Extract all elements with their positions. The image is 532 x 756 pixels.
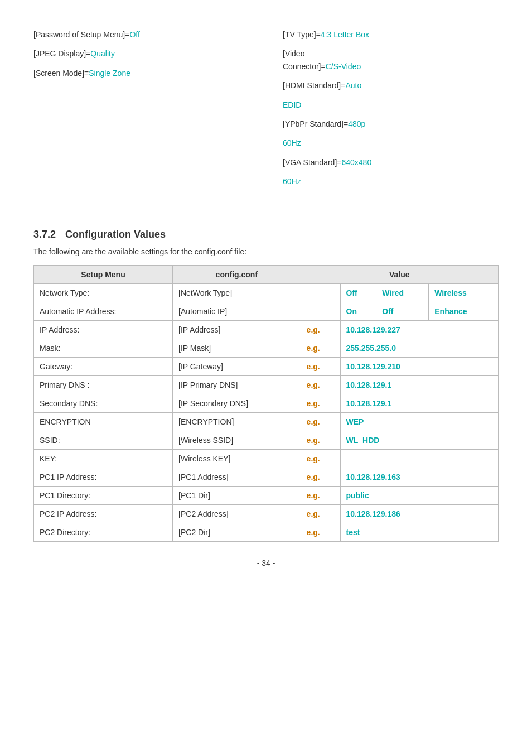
table-row: Network Type:[NetWork Type]OffWiredWirel… xyxy=(34,283,499,302)
cell-setup: Gateway: xyxy=(34,357,173,375)
cell-config: [PC2 Address] xyxy=(173,504,301,523)
password-value: Off xyxy=(129,30,139,39)
section-number: 3.7.2 xyxy=(33,229,56,240)
cell-config: [Wireless SSID] xyxy=(173,431,301,449)
top-left-column: [Password of Setup Menu]=Off [JPEG Displ… xyxy=(33,28,266,195)
cell-setup: Automatic IP Address: xyxy=(34,302,173,320)
cell-eg: e.g. xyxy=(301,320,340,339)
password-label: [Password of Setup Menu]= xyxy=(33,30,129,39)
cell-value: 10.128.129.1 xyxy=(340,394,498,412)
cell-setup: KEY: xyxy=(34,449,173,468)
intro-text: The following are the available settings… xyxy=(33,247,499,256)
tv-type-value: 4:3 Letter Box xyxy=(321,30,369,39)
cell-config: [ENCRYPTION] xyxy=(173,412,301,431)
cell-config: [PC2 Dir] xyxy=(173,523,301,541)
cell-setup: Primary DNS : xyxy=(34,375,173,394)
page-number: - 34 - xyxy=(33,558,499,567)
cell-config: [IP Mask] xyxy=(173,339,301,357)
cell-eg: e.g. xyxy=(301,412,340,431)
cell-value-0: Off xyxy=(340,283,376,302)
cell-eg: e.g. xyxy=(301,394,340,412)
hdmi-item: [HDMI Standard]=Auto xyxy=(283,79,499,92)
cell-eg: e.g. xyxy=(301,449,340,468)
table-row: PC1 IP Address:[PC1 Address]e.g.10.128.1… xyxy=(34,468,499,486)
edid-item: EDID xyxy=(283,99,499,111)
cell-eg xyxy=(301,302,340,320)
table-row: PC1 Directory:[PC1 Dir]e.g.public xyxy=(34,486,499,504)
table-row: Gateway:[IP Gateway]e.g.10.128.129.210 xyxy=(34,357,499,375)
jpeg-value: Quality xyxy=(90,49,115,58)
hz-value-2: 60Hz xyxy=(283,177,301,186)
section-heading: 3.7.2 Configuration Values xyxy=(33,229,499,240)
cell-setup: PC2 IP Address: xyxy=(34,504,173,523)
screen-label: [Screen Mode]= xyxy=(33,69,89,78)
vga-value: 640x480 xyxy=(341,158,371,167)
top-section: [Password of Setup Menu]=Off [JPEG Displ… xyxy=(33,17,499,206)
table-row: Automatic IP Address:[Automatic IP]OnOff… xyxy=(34,302,499,320)
cell-setup: PC2 Directory: xyxy=(34,523,173,541)
cell-setup: PC1 Directory: xyxy=(34,486,173,504)
jpeg-item: [JPEG Display]=Quality xyxy=(33,47,249,60)
cell-value: 10.128.129.210 xyxy=(340,357,498,375)
cell-config: [NetWork Type] xyxy=(173,283,301,302)
cell-setup: PC1 IP Address: xyxy=(34,468,173,486)
cell-config: [PC1 Dir] xyxy=(173,486,301,504)
cell-value: test xyxy=(340,523,498,541)
table-row: Secondary DNS:[IP Secondary DNS]e.g.10.1… xyxy=(34,394,499,412)
screen-item: [Screen Mode]=Single Zone xyxy=(33,67,249,79)
ypbpr-item: [YPbPr Standard]=480p xyxy=(283,118,499,130)
vga-item: [VGA Standard]=640x480 xyxy=(283,156,499,168)
top-right-column: [TV Type]=4:3 Letter Box [VideoConnector… xyxy=(266,28,499,195)
cell-config: [IP Gateway] xyxy=(173,357,301,375)
edid-value: EDID xyxy=(283,100,301,109)
tv-type-item: [TV Type]=4:3 Letter Box xyxy=(283,28,499,41)
header-setup-menu: Setup Menu xyxy=(34,265,173,283)
cell-eg: e.g. xyxy=(301,375,340,394)
cell-eg: e.g. xyxy=(301,504,340,523)
password-item: [Password of Setup Menu]=Off xyxy=(33,28,249,41)
cell-eg: e.g. xyxy=(301,431,340,449)
cell-value: WEP xyxy=(340,412,498,431)
cell-eg: e.g. xyxy=(301,468,340,486)
cell-config: [IP Secondary DNS] xyxy=(173,394,301,412)
ypbpr-value: 480p xyxy=(348,119,365,128)
cell-value-2: Wireless xyxy=(429,283,499,302)
cell-config: [PC1 Address] xyxy=(173,468,301,486)
video-connector-item: [VideoConnector]=C/S-Video xyxy=(283,47,499,73)
header-config-conf: config.conf xyxy=(173,265,301,283)
table-header-row: Setup Menu config.conf Value xyxy=(34,265,499,283)
cell-value: 10.128.129.186 xyxy=(340,504,498,523)
table-row: SSID:[Wireless SSID]e.g.WL_HDD xyxy=(34,431,499,449)
cell-value: 10.128.129.1 xyxy=(340,375,498,394)
table-row: KEY:[Wireless KEY]e.g. xyxy=(34,449,499,468)
hz-item-1: 60Hz xyxy=(283,137,499,149)
hz-value-1: 60Hz xyxy=(283,138,301,147)
cell-setup: Secondary DNS: xyxy=(34,394,173,412)
video-connector-value: C/S-Video xyxy=(326,62,361,71)
header-value: Value xyxy=(301,265,498,283)
cell-eg: e.g. xyxy=(301,357,340,375)
cell-value: 10.128.129.163 xyxy=(340,468,498,486)
video-connector-label: [VideoConnector]= xyxy=(283,49,326,70)
cell-value-1: Wired xyxy=(376,283,429,302)
cell-setup: ENCRYPTION xyxy=(34,412,173,431)
cell-config: [IP Primary DNS] xyxy=(173,375,301,394)
screen-value: Single Zone xyxy=(89,69,130,78)
cell-value: public xyxy=(340,486,498,504)
cell-value: 255.255.255.0 xyxy=(340,339,498,357)
cell-eg: e.g. xyxy=(301,486,340,504)
table-row: PC2 IP Address:[PC2 Address]e.g.10.128.1… xyxy=(34,504,499,523)
table-row: PC2 Directory:[PC2 Dir]e.g.test xyxy=(34,523,499,541)
cell-value: 10.128.129.227 xyxy=(340,320,498,339)
cell-setup: SSID: xyxy=(34,431,173,449)
hdmi-value: Auto xyxy=(345,81,361,90)
section-title: Configuration Values xyxy=(65,229,166,240)
cell-value-1: Off xyxy=(376,302,429,320)
hdmi-label: [HDMI Standard]= xyxy=(283,81,345,90)
jpeg-label: [JPEG Display]= xyxy=(33,49,90,58)
cell-eg: e.g. xyxy=(301,523,340,541)
cell-setup: Mask: xyxy=(34,339,173,357)
cell-config: [Automatic IP] xyxy=(173,302,301,320)
cell-value-2: Enhance xyxy=(429,302,499,320)
tv-type-label: [TV Type]= xyxy=(283,30,321,39)
